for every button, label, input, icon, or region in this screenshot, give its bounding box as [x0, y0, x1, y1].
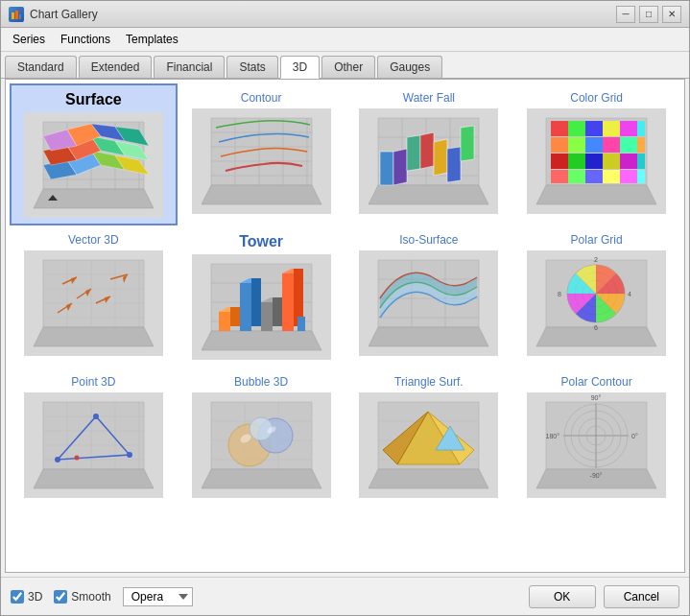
svg-rect-60 — [603, 121, 620, 136]
svg-marker-107 — [202, 331, 321, 350]
svg-rect-61 — [620, 121, 637, 136]
chart-title-trianglesurf: Triangle Surf. — [394, 375, 464, 389]
chart-cell-isosurface[interactable]: Iso-Surface — [345, 225, 513, 367]
svg-marker-49 — [407, 135, 420, 171]
chart-title-isosurface: Iso-Surface — [399, 233, 458, 247]
title-bar-buttons: ─ □ ✕ — [616, 6, 681, 23]
chart-preview-contour — [192, 108, 331, 214]
svg-text:2: 2 — [594, 256, 598, 263]
chart-cell-polarcontour[interactable]: Polar Contour — [512, 367, 680, 506]
tab-financial[interactable]: Financial — [154, 56, 225, 78]
chart-cell-tower[interactable]: Tower — [178, 225, 345, 367]
chart-preview-isosurface — [359, 250, 498, 356]
menu-functions[interactable]: Functions — [53, 30, 118, 49]
chart-cell-polargrid[interactable]: Polar Grid — [512, 225, 680, 367]
chart-title-tower: Tower — [239, 233, 283, 250]
svg-text:-90°: -90° — [590, 472, 603, 479]
chart-cell-contour[interactable]: Contour — [178, 83, 345, 225]
svg-marker-91 — [34, 327, 154, 346]
svg-marker-47 — [380, 152, 393, 185]
chart-cell-surface[interactable]: Surface — [10, 83, 178, 225]
svg-marker-52 — [447, 147, 461, 182]
svg-marker-110 — [230, 307, 240, 326]
svg-text:0°: 0° — [631, 433, 638, 439]
svg-text:90°: 90° — [591, 394, 602, 401]
svg-marker-50 — [420, 132, 434, 169]
checkbox-smooth-label: Smooth — [71, 590, 110, 604]
ok-button[interactable]: OK — [529, 585, 596, 608]
tab-other[interactable]: Other — [321, 56, 375, 78]
svg-marker-56 — [536, 185, 656, 204]
svg-rect-74 — [637, 154, 645, 169]
svg-text:6: 6 — [594, 324, 598, 331]
menu-templates[interactable]: Templates — [118, 30, 186, 49]
svg-text:4: 4 — [628, 291, 631, 297]
chart-preview-polarcontour: 90° 0° -90° 180° — [527, 392, 666, 498]
checkbox-3d-label: 3D — [28, 590, 42, 604]
chart-preview-bubble3d — [192, 392, 331, 498]
svg-rect-62 — [637, 121, 645, 136]
svg-rect-80 — [637, 170, 645, 183]
checkbox-3d[interactable] — [11, 590, 24, 604]
app-icon — [9, 7, 24, 22]
chart-cell-waterfall[interactable]: Water Fall — [345, 83, 513, 225]
theme-dropdown[interactable]: Opera Classic Modern Flat — [123, 587, 193, 606]
svg-rect-71 — [585, 154, 603, 169]
chart-cell-trianglesurf[interactable]: Triangle Surf. — [345, 367, 513, 506]
svg-rect-68 — [637, 137, 645, 153]
svg-rect-79 — [620, 170, 637, 183]
close-button[interactable]: ✕ — [662, 6, 681, 23]
content-area: Surface — [5, 79, 685, 573]
chart-preview-tower — [192, 254, 331, 360]
tab-stats[interactable]: Stats — [226, 56, 277, 78]
svg-rect-67 — [620, 137, 637, 153]
checkbox-smooth-group: Smooth — [54, 590, 110, 604]
tab-extended[interactable]: Extended — [79, 56, 153, 78]
cancel-button[interactable]: Cancel — [604, 585, 679, 608]
svg-rect-73 — [620, 154, 637, 169]
svg-rect-77 — [585, 170, 603, 183]
chart-title-polarcontour: Polar Contour — [561, 375, 632, 389]
svg-marker-116 — [273, 297, 282, 326]
svg-rect-69 — [551, 154, 568, 169]
checkbox-smooth[interactable] — [54, 590, 67, 604]
svg-marker-113 — [251, 278, 261, 326]
svg-marker-114 — [261, 302, 273, 331]
menu-series[interactable]: Series — [5, 30, 53, 49]
svg-rect-66 — [603, 137, 620, 153]
chart-title-bubble3d: Bubble 3D — [234, 375, 288, 389]
chart-cell-vector3d[interactable]: Vector 3D — [10, 225, 178, 367]
svg-rect-72 — [603, 154, 620, 169]
svg-text:180°: 180° — [546, 433, 560, 439]
chart-preview-polargrid: 2 4 6 8 — [527, 250, 666, 356]
window-title: Chart Gallery — [30, 8, 98, 21]
svg-marker-46 — [369, 185, 488, 204]
minimize-button[interactable]: ─ — [616, 6, 635, 23]
svg-rect-78 — [603, 170, 620, 183]
title-bar-left: Chart Gallery — [9, 7, 98, 22]
svg-rect-64 — [568, 137, 585, 153]
bottom-left: 3D Smooth Opera Classic Modern Flat — [11, 587, 193, 606]
chart-cell-bubble3d[interactable]: Bubble 3D — [178, 367, 345, 506]
tab-standard[interactable]: Standard — [5, 56, 77, 78]
bottom-right: OK Cancel — [529, 585, 679, 608]
maximize-button[interactable]: □ — [639, 6, 658, 23]
svg-rect-76 — [568, 170, 585, 183]
chart-cell-point3d[interactable]: Point 3D — [10, 367, 178, 506]
tab-3d[interactable]: 3D — [280, 56, 320, 79]
chart-preview-waterfall — [359, 108, 498, 214]
svg-marker-111 — [240, 283, 251, 331]
chart-title-vector3d: Vector 3D — [68, 233, 119, 247]
svg-text:8: 8 — [558, 291, 561, 297]
chart-cell-colorgrid[interactable]: Color Grid — [512, 83, 680, 225]
chart-preview-trianglesurf — [359, 392, 498, 498]
main-window: Chart Gallery ─ □ ✕ Series Functions Tem… — [0, 0, 690, 616]
dropdown-group: Opera Classic Modern Flat — [123, 587, 193, 606]
svg-rect-58 — [568, 121, 585, 136]
svg-marker-117 — [282, 273, 294, 331]
svg-marker-37 — [202, 185, 321, 204]
svg-point-159 — [74, 456, 79, 461]
svg-marker-128 — [369, 327, 488, 346]
tab-gauges[interactable]: Gauges — [377, 56, 442, 78]
title-bar: Chart Gallery ─ □ ✕ — [1, 1, 689, 28]
